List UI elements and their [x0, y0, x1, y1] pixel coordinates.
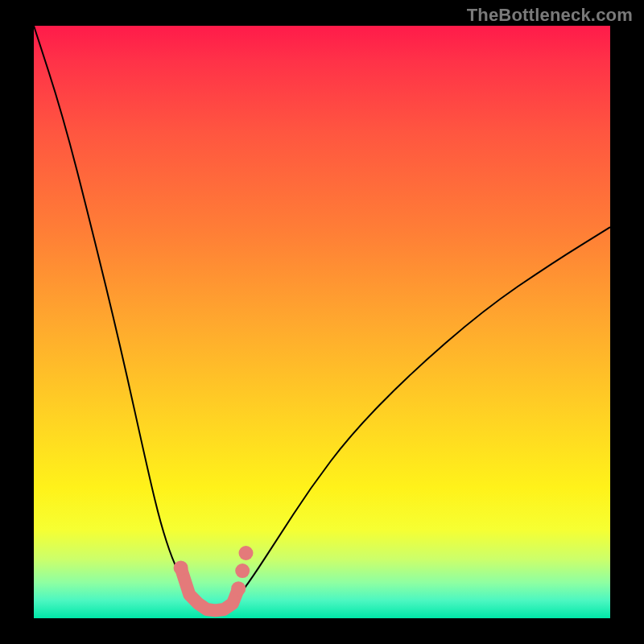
marker-dot: [231, 581, 246, 596]
chart-overlay: [34, 26, 610, 618]
marker-stroke: [181, 568, 239, 610]
marker-dot: [174, 560, 188, 575]
chart-canvas: TheBottleneck.com: [0, 0, 644, 644]
bottleneck-curve: [34, 26, 610, 613]
watermark-text: TheBottleneck.com: [467, 5, 633, 26]
marker-dot: [235, 564, 250, 578]
marker-dot: [239, 546, 254, 560]
